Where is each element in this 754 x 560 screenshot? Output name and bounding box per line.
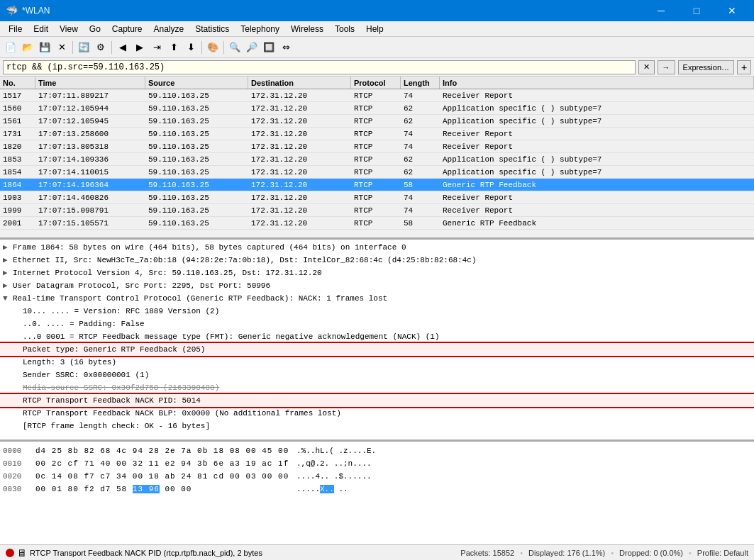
toolbar-zoom-reset-btn[interactable]: 🔲 [261, 40, 277, 55]
packet-rows[interactable]: 151717:07:11.88921759.110.163.25172.31.1… [0, 89, 754, 237]
menu-item-go[interactable]: Go [84, 23, 106, 35]
table-row[interactable]: 185417:07:14.11001559.110.163.25172.31.1… [0, 166, 754, 179]
menu-item-edit[interactable]: Edit [28, 23, 54, 35]
col-header-src[interactable]: Source [145, 77, 248, 89]
toolbar-goto-btn[interactable]: ⇥ [149, 40, 165, 55]
table-row[interactable]: 190317:07:14.46082659.110.163.25172.31.1… [0, 191, 754, 204]
menu-item-analyze[interactable]: Analyze [148, 23, 190, 35]
packet-cell-proto: RTCP [351, 117, 401, 125]
menu-item-wireless[interactable]: Wireless [285, 23, 329, 35]
packet-cell-info: Receiver Report [440, 130, 754, 138]
maximize-button[interactable]: □ [680, 0, 713, 21]
table-row[interactable]: 156017:07:12.10594459.110.163.25172.31.1… [0, 102, 754, 115]
toolbar-colorize-btn[interactable]: 🎨 [205, 40, 221, 55]
detail-item[interactable]: ▶Frame 1864: 58 bytes on wire (464 bits)… [0, 241, 754, 254]
toolbar-open-btn[interactable]: 📂 [20, 40, 35, 55]
packet-cell-src: 59.110.163.25 [145, 155, 248, 164]
toolbar-back-btn[interactable]: ◀ [115, 40, 131, 55]
hex-highlight: 13 96 [133, 485, 160, 493]
table-row[interactable]: 182017:07:13.80531859.110.163.25172.31.1… [0, 140, 754, 153]
detail-item[interactable]: ▶User Datagram Protocol, Src Port: 2295,… [0, 279, 754, 292]
menu-item-file[interactable]: File [3, 23, 28, 35]
table-row[interactable]: 200117:07:15.10557159.110.163.25172.31.1… [0, 217, 754, 230]
table-row[interactable]: 199917:07:15.09879159.110.163.25172.31.1… [0, 204, 754, 217]
detail-item[interactable]: 10... .... = Version: RFC 1889 Version (… [0, 305, 754, 318]
expand-icon[interactable]: ▶ [3, 267, 13, 279]
toolbar-resize-cols-btn[interactable]: ⇔ [278, 40, 294, 55]
hex-row: 003000 01 80 f2 d7 58 13 96 00 00.....X.… [3, 483, 751, 495]
toolbar-forward-btn[interactable]: ▶ [132, 40, 148, 55]
packet-cell-dst: 172.31.12.20 [248, 130, 351, 138]
detail-item[interactable]: ..0. .... = Padding: False [0, 318, 754, 330]
col-header-info[interactable]: Info [440, 77, 754, 89]
packet-cell-len: 62 [401, 117, 440, 125]
detail-item[interactable]: ▼Real-time Transport Control Protocol (G… [0, 292, 754, 305]
detail-item[interactable]: RTCP Transport Feedback NACK PID: 5014 [0, 394, 754, 407]
detail-item[interactable]: Length: 3 (16 bytes) [0, 356, 754, 369]
minimize-button[interactable]: ─ [645, 0, 677, 21]
menu-item-statistics[interactable]: Statistics [189, 23, 235, 35]
close-button[interactable]: ✕ [716, 0, 748, 21]
detail-item[interactable]: ▶Ethernet II, Src: NewH3cTe_7a:0b:18 (94… [0, 254, 754, 267]
toolbar-new-btn[interactable]: 📄 [3, 40, 18, 55]
toolbar-zoom-in-btn[interactable]: 🔍 [227, 40, 243, 55]
hex-ascii: ....4.. .$...... [296, 470, 372, 483]
packet-cell-time: 17:07:15.105571 [35, 219, 145, 228]
toolbar-capture-options-btn[interactable]: ⚙ [93, 40, 109, 55]
menu-item-capture[interactable]: Capture [106, 23, 148, 35]
expand-icon[interactable]: ▶ [3, 254, 13, 266]
toolbar-reload-btn[interactable]: 🔄 [76, 40, 92, 55]
filter-input[interactable] [3, 60, 636, 74]
detail-item[interactable]: RTCP Transport Feedback NACK BLP: 0x0000… [0, 407, 754, 420]
menu-item-telephony[interactable]: Telephony [235, 23, 285, 35]
menu-item-help[interactable]: Help [360, 23, 389, 35]
capture-status-dot [6, 549, 14, 557]
hex-offset: 0020 [3, 470, 30, 483]
table-row[interactable]: 156117:07:12.10594559.110.163.25172.31.1… [0, 115, 754, 128]
table-row[interactable]: 186417:07:14.19636459.110.163.25172.31.1… [0, 179, 754, 191]
packet-cell-info: Receiver Report [440, 91, 754, 100]
detail-item[interactable]: Media-source SSRC: 0x30f2d758 (216339848… [0, 381, 754, 394]
menu-item-view[interactable]: View [54, 23, 84, 35]
detail-text: User Datagram Protocol, Src Port: 2295, … [13, 280, 751, 291]
menu-item-tools[interactable]: Tools [329, 23, 360, 35]
toolbar-top-btn[interactable]: ⬆ [166, 40, 182, 55]
packet-cell-info: Application specific ( ) subtype=7 [440, 117, 754, 125]
toolbar-save-btn[interactable]: 💾 [37, 40, 52, 55]
detail-text: ...0 0001 = RTCP Feedback message type (… [23, 331, 751, 342]
col-header-len[interactable]: Length [401, 77, 440, 89]
filter-clear-btn[interactable]: ✕ [638, 60, 655, 74]
packet-list: No. Time Source Destination Protocol Len… [0, 77, 754, 240]
col-header-time[interactable]: Time [35, 77, 145, 89]
table-row[interactable]: 173117:07:13.25860059.110.163.25172.31.1… [0, 128, 754, 140]
toolbar: 📄 📂 💾 ✕ 🔄 ⚙ ◀ ▶ ⇥ ⬆ ⬇ 🎨 🔍 🔎 🔲 ⇔ [0, 37, 754, 58]
expand-icon[interactable]: ▶ [3, 280, 13, 291]
detail-item[interactable]: Packet type: Generic RTP Feedback (205) [0, 343, 754, 356]
col-header-proto[interactable]: Protocol [351, 77, 401, 89]
detail-item[interactable]: ...0 0001 = RTCP Feedback message type (… [0, 330, 754, 343]
detail-item[interactable]: [RTCP frame length check: OK - 16 bytes] [0, 420, 754, 432]
detail-item[interactable]: Sender SSRC: 0x00000001 (1) [0, 369, 754, 381]
packet-cell-time: 17:07:14.109336 [35, 155, 145, 164]
packet-detail[interactable]: ▶Frame 1864: 58 bytes on wire (464 bits)… [0, 240, 754, 442]
col-header-no[interactable]: No. [0, 77, 35, 89]
packet-cell-len: 74 [401, 206, 440, 215]
status-dropped: Dropped: 0 (0.0%) [619, 549, 683, 557]
filter-plus-btn[interactable]: + [737, 60, 751, 74]
table-row[interactable]: 185317:07:14.10933659.110.163.25172.31.1… [0, 153, 754, 166]
filter-apply-btn[interactable]: → [658, 60, 675, 74]
col-header-dst[interactable]: Destination [248, 77, 351, 89]
packet-cell-len: 62 [401, 104, 440, 113]
toolbar-close-btn[interactable]: ✕ [54, 40, 70, 55]
detail-item[interactable]: ▶Internet Protocol Version 4, Src: 59.11… [0, 267, 754, 279]
table-row[interactable]: 151717:07:11.88921759.110.163.25172.31.1… [0, 89, 754, 102]
packet-cell-info: Receiver Report [440, 194, 754, 202]
packet-cell-len: 74 [401, 91, 440, 100]
filter-expression-btn[interactable]: Expression… [678, 60, 734, 74]
expand-icon[interactable]: ▼ [3, 293, 13, 304]
toolbar-bottom-btn[interactable]: ⬇ [183, 40, 199, 55]
expand-icon[interactable]: ▶ [3, 242, 13, 253]
detail-text: ..0. .... = Padding: False [23, 318, 751, 330]
packet-cell-no: 1864 [0, 181, 35, 189]
toolbar-zoom-out-btn[interactable]: 🔎 [244, 40, 260, 55]
